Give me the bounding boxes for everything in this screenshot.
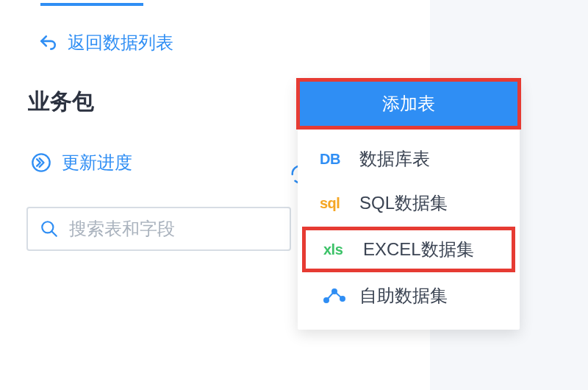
add-table-highlight-box: 添加表: [296, 78, 521, 130]
self-service-icon: [320, 287, 349, 305]
progress-label: 更新进度: [62, 151, 132, 174]
search-box[interactable]: [26, 207, 291, 251]
back-to-data-list[interactable]: 返回数据列表: [0, 3, 430, 54]
back-arrow-icon: [38, 33, 57, 52]
menu-item-label: 自助数据集: [359, 284, 448, 308]
sql-icon: sql: [320, 195, 349, 212]
menu-item-sql-dataset[interactable]: sql SQL数据集: [298, 181, 520, 225]
search-input[interactable]: [69, 219, 289, 239]
progress-circle-icon: [31, 152, 51, 173]
xls-icon: xls: [323, 241, 353, 258]
menu-item-label: EXCEL数据集: [363, 238, 474, 261]
db-icon: DB: [320, 151, 349, 168]
add-table-dropdown: 添加表 DB 数据库表 sql SQL数据集 xls EXCEL数据集 自: [298, 79, 520, 330]
back-label: 返回数据列表: [68, 31, 173, 54]
svg-line-2: [51, 231, 57, 236]
search-icon: [40, 219, 59, 238]
dropdown-list: DB 数据库表 sql SQL数据集 xls EXCEL数据集 自助数据集: [298, 130, 520, 330]
menu-item-self-dataset[interactable]: 自助数据集: [298, 274, 520, 318]
menu-item-db-table[interactable]: DB 数据库表: [298, 137, 520, 181]
menu-item-excel-dataset[interactable]: xls EXCEL数据集: [302, 227, 515, 272]
add-table-button[interactable]: 添加表: [300, 82, 517, 126]
menu-item-label: SQL数据集: [359, 191, 448, 215]
top-accent-bar: [40, 3, 143, 6]
menu-item-label: 数据库表: [359, 147, 430, 171]
